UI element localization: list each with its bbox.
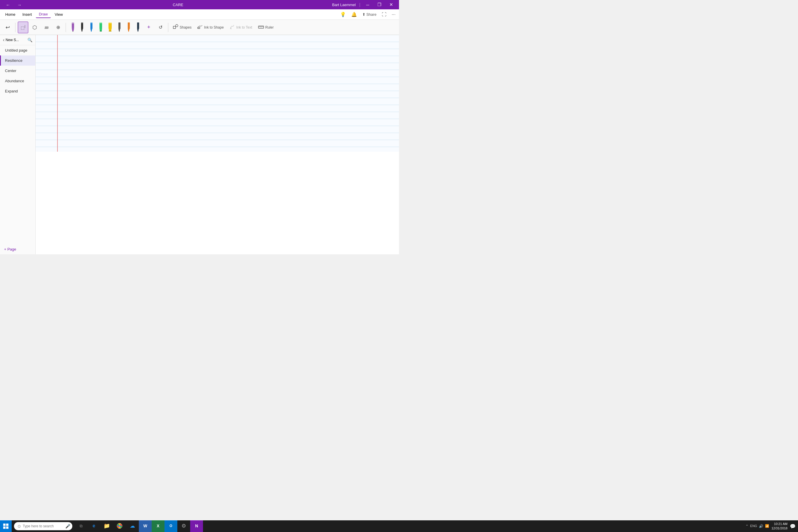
pen-tools-group [68, 22, 142, 32]
toolbar: ↩ ⬚| ⬡ ⊕ [0, 20, 399, 35]
pen-orange-icon [126, 23, 132, 32]
margin-line [57, 35, 58, 152]
menubar: Home Insert Draw View 💡 🔔 ⬆ Share ⛶ ··· [0, 10, 399, 20]
sidebar-item-untitled[interactable]: Untitled page [0, 45, 35, 55]
svg-marker-27 [128, 29, 130, 32]
pen-yellow-button[interactable] [106, 22, 114, 32]
shapes-label: Shapes [180, 25, 192, 30]
sidebar-search-button[interactable]: 🔍 [27, 38, 32, 42]
pen-green-icon [98, 23, 103, 32]
svg-marker-16 [99, 28, 102, 31]
insert-space-button[interactable]: ⊕ [53, 22, 63, 33]
menu-view[interactable]: View [52, 11, 66, 18]
titlebar-right: Bart Laemmel | ─ ❐ ✕ [332, 1, 396, 8]
menubar-right: 💡 🔔 ⬆ Share ⛶ ··· [339, 11, 397, 18]
svg-rect-21 [109, 31, 111, 32]
svg-rect-32 [173, 26, 176, 28]
undo-button[interactable]: ↩ [2, 22, 13, 33]
svg-marker-24 [118, 29, 120, 32]
sidebar-item-resilience[interactable]: Resilience [0, 55, 35, 65]
pen-orange-button[interactable] [124, 22, 133, 32]
svg-rect-7 [81, 22, 83, 29]
pen-dark-icon [135, 23, 141, 32]
ink-to-shape-button[interactable]: Ink to Shape [195, 23, 226, 32]
pen-black-icon [79, 23, 85, 32]
ruler-label: Ruler [265, 25, 274, 30]
sidebar-item-center[interactable]: Center [0, 65, 35, 76]
select-button[interactable]: ⬚| [18, 22, 28, 33]
pen-black-button[interactable] [78, 22, 86, 32]
svg-rect-17 [100, 31, 102, 32]
add-pen-button[interactable]: + [144, 22, 154, 33]
select-icon: ⬚| [21, 25, 25, 30]
undo2-button[interactable]: ↺ [155, 22, 166, 33]
back-button[interactable]: ← [3, 2, 13, 8]
pen-dark-button[interactable] [134, 22, 142, 32]
sidebar-item-abundance[interactable]: Abundance [0, 76, 35, 86]
maximize-button[interactable]: ❐ [375, 1, 383, 8]
pen-felt-icon [70, 23, 76, 32]
forward-button[interactable]: → [15, 2, 24, 8]
ruler-icon [258, 24, 264, 30]
svg-rect-6 [72, 22, 74, 24]
ink-to-text-label: Ink to Text [236, 25, 252, 30]
close-button[interactable]: ✕ [387, 1, 396, 8]
pen-green-button[interactable] [96, 22, 105, 32]
pen-felt-button[interactable] [68, 22, 77, 32]
ink-to-shape-label: Ink to Shape [204, 25, 224, 30]
content-area[interactable] [36, 35, 399, 254]
pen-blue-button[interactable] [87, 22, 96, 32]
minimize-button[interactable]: ─ [364, 2, 372, 8]
ink-to-text-button[interactable]: A Ink to Text [227, 23, 254, 32]
ruler-button[interactable]: Ruler [256, 23, 276, 32]
add-page-button[interactable]: + Page [0, 244, 35, 254]
more-button[interactable]: ··· [391, 11, 397, 18]
lightbulb-icon[interactable]: 💡 [339, 11, 347, 18]
share-button[interactable]: ⬆ Share [361, 11, 378, 18]
separator-1 [15, 23, 16, 32]
lined-paper [36, 35, 399, 152]
separator-3 [168, 23, 168, 32]
menu-draw[interactable]: Draw [36, 11, 51, 18]
svg-point-33 [176, 24, 178, 27]
sidebar-header: ‹ New S... 🔍 [0, 35, 35, 45]
ink-to-shape-icon [197, 24, 203, 30]
menu-insert[interactable]: Insert [20, 11, 35, 18]
share-icon: ⬆ [362, 12, 365, 17]
sidebar: ‹ New S... 🔍 Untitled page Resilience Ce… [0, 35, 36, 254]
user-name: Bart Laemmel [332, 3, 356, 7]
titlebar-left: ← → [3, 2, 24, 8]
sidebar-item-expand[interactable]: Expand [0, 86, 35, 96]
lasso-button[interactable]: ⬡ [30, 22, 40, 33]
svg-rect-14 [90, 22, 93, 23]
svg-marker-12 [90, 29, 92, 32]
shapes-icon [173, 24, 178, 30]
svg-rect-22 [109, 22, 112, 23]
menu-home[interactable]: Home [2, 11, 18, 18]
pen-gray-icon [116, 23, 122, 32]
svg-marker-20 [109, 28, 112, 31]
svg-marker-30 [137, 29, 139, 32]
svg-rect-10 [81, 22, 83, 23]
svg-marker-4 [72, 28, 74, 31]
main-area: ‹ New S... 🔍 Untitled page Resilience Ce… [0, 35, 399, 254]
share-label: Share [366, 12, 377, 17]
eraser-button[interactable] [41, 22, 52, 33]
svg-rect-18 [99, 22, 102, 23]
eraser-icon [44, 25, 49, 30]
lasso-icon: ⬡ [32, 24, 37, 31]
svg-rect-0 [45, 26, 49, 28]
bell-icon[interactable]: 🔔 [350, 11, 358, 18]
svg-rect-29 [137, 22, 139, 29]
titlebar: ← → CARE Bart Laemmel | ─ ❐ ✕ [0, 0, 399, 10]
shapes-button[interactable]: Shapes [171, 23, 194, 32]
svg-rect-11 [90, 22, 93, 29]
pen-yellow-icon [107, 23, 113, 32]
fullscreen-icon[interactable]: ⛶ [381, 11, 387, 18]
app-title: CARE [24, 3, 332, 7]
svg-rect-26 [128, 22, 130, 29]
svg-rect-23 [118, 22, 120, 29]
pen-blue-icon [88, 23, 94, 32]
pen-gray-button[interactable] [115, 22, 124, 32]
separator-2 [65, 23, 66, 32]
